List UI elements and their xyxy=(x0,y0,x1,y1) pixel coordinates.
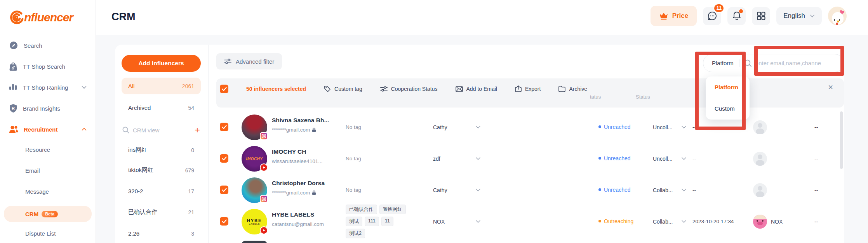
row-checkbox[interactable] xyxy=(220,186,228,194)
owner-dropdown[interactable]: NOX xyxy=(433,206,480,237)
instagram-icon xyxy=(260,132,268,140)
tab-custom-view-4[interactable]: 已确认合作 21 xyxy=(122,204,201,220)
sidebar-item-tt-shop-search[interactable]: TT Shop Search xyxy=(4,59,92,74)
folder-icon xyxy=(558,86,565,92)
dropdown-option-custom[interactable]: Custom xyxy=(706,98,750,119)
table-row[interactable]: Shivna Saxena Bh... *******gmail.com No … xyxy=(216,111,844,143)
owner-dropdown[interactable]: Cathy xyxy=(433,111,480,143)
outreach-status: Outreaching xyxy=(598,206,634,237)
tab-label: 已确认合作 xyxy=(128,208,157,216)
language-label: English xyxy=(783,12,805,20)
tab-count: 679 xyxy=(185,167,194,174)
influencer-name[interactable]: Christopher Dorsa xyxy=(272,180,345,187)
sidebar-item-crm[interactable]: CRM Beta xyxy=(4,206,92,222)
vertical-scrollbar[interactable] xyxy=(840,111,843,169)
sidebar-item-dispute-list[interactable]: Dispute List xyxy=(4,227,92,240)
table-row[interactable]: IMOCHY IMOCHY CH wissarutsaelee4101... N… xyxy=(216,143,844,174)
person-placeholder-icon xyxy=(753,152,767,166)
tab-count: 21 xyxy=(188,209,194,215)
sidebar-item-message[interactable]: Message xyxy=(4,185,92,198)
logo-spiral-icon xyxy=(8,9,26,26)
person-placeholder-icon xyxy=(753,183,767,197)
sidebar-item-brand-insights[interactable]: R Brand Insights xyxy=(4,101,92,116)
tab-count: 2061 xyxy=(182,83,194,89)
sidebar-item-resource[interactable]: Resource xyxy=(4,143,92,156)
platform-selector[interactable]: Platform xyxy=(712,60,734,66)
archive-button[interactable]: Archive xyxy=(558,86,587,92)
advanced-filter-label: Advanced filter xyxy=(236,58,274,65)
tab-label: ins网红 xyxy=(128,146,147,154)
tab-all[interactable]: All 2061 xyxy=(122,78,201,94)
table-row[interactable]: HYBE LABELS HYBE LABELS catantsnu@gmail.… xyxy=(216,206,844,237)
lock-icon xyxy=(312,127,316,132)
notifications-button[interactable] xyxy=(727,7,746,25)
sidebar-item-recruitment[interactable]: Recruitment xyxy=(4,122,92,137)
people-icon xyxy=(9,125,18,133)
tab-count: 3 xyxy=(191,231,194,237)
tag-chip: 测试2 xyxy=(346,229,365,238)
influencer-name[interactable]: HYBE LABELS xyxy=(272,211,345,218)
cooperation-dropdown[interactable]: Collab... xyxy=(653,174,686,206)
custom-tag-button[interactable]: Custom tag xyxy=(324,85,362,92)
search-input[interactable] xyxy=(755,60,838,66)
add-view-button[interactable]: + xyxy=(195,125,200,135)
row-checkbox[interactable] xyxy=(220,123,228,131)
price-button[interactable]: Price xyxy=(651,6,697,26)
tab-count: 54 xyxy=(188,105,194,111)
close-selection-icon[interactable]: × xyxy=(828,83,833,92)
cooperation-dropdown[interactable]: Uncoll... xyxy=(653,111,686,143)
influencer-email: *******gmail.com xyxy=(272,127,310,133)
add-influencers-button[interactable]: Add Influencers xyxy=(122,55,201,72)
influencer-email: wissarutsaelee4101... xyxy=(272,158,323,164)
user-avatar[interactable]: ♥ xyxy=(828,7,847,25)
apps-grid-button[interactable] xyxy=(752,7,770,25)
tab-label: All xyxy=(128,83,135,89)
tab-custom-view-2[interactable]: tiktok网红 679 xyxy=(122,162,201,179)
compass-icon xyxy=(9,41,18,50)
crm-content-card: Add Influencers All 2061 Archived 54 CRM… xyxy=(115,45,844,243)
add-to-email-button[interactable]: Add to Email xyxy=(456,86,497,92)
tab-custom-view-5[interactable]: 2.26 3 xyxy=(122,225,201,242)
shield-r-icon: R xyxy=(9,104,17,113)
empty-cell: -- xyxy=(814,206,830,237)
chevron-down-icon xyxy=(682,189,686,191)
row-checkbox[interactable] xyxy=(220,154,228,163)
tag-chip: 已确认合作 xyxy=(346,205,377,214)
row-checkbox[interactable] xyxy=(220,217,228,226)
operator-cell xyxy=(753,111,804,143)
tab-custom-view-1[interactable]: ins网红 0 xyxy=(122,142,201,158)
sidebar-item-search[interactable]: Search xyxy=(4,38,92,53)
operator-cell: NOX xyxy=(753,206,804,237)
table-row[interactable]: Christopher Dorsa *******gmail.com No ta… xyxy=(216,174,844,206)
tab-archived[interactable]: Archived 54 xyxy=(122,99,201,116)
sidebar-item-label: TT Shop Search xyxy=(23,63,87,70)
tab-custom-view-3[interactable]: 320-2 17 xyxy=(122,183,201,200)
sliders-icon xyxy=(380,86,388,92)
tag-chip: 置换网红 xyxy=(379,205,406,214)
advanced-filter-button[interactable]: Advanced filter xyxy=(216,53,282,69)
cooperation-dropdown[interactable]: Collab... xyxy=(653,206,686,237)
dropdown-option-platform[interactable]: Platform xyxy=(706,76,750,98)
select-all-checkbox[interactable] xyxy=(220,85,228,93)
empty-cell: -- xyxy=(814,174,830,206)
tab-count: 17 xyxy=(188,188,194,194)
app-logo[interactable]: nfluencer xyxy=(8,9,73,26)
tab-label: 2.26 xyxy=(128,230,139,237)
shop-bag-tiktok-icon xyxy=(9,62,17,71)
tag-chip: 111 xyxy=(365,217,379,226)
logo-wordmark: nfluencer xyxy=(24,11,73,24)
cooperation-dropdown[interactable]: Uncoll... xyxy=(653,143,686,174)
language-selector[interactable]: English xyxy=(776,7,822,25)
cooperation-status-button[interactable]: Cooperation Status xyxy=(380,86,438,92)
influencer-name[interactable]: IMOCHY CH xyxy=(272,148,345,155)
export-button[interactable]: Export xyxy=(515,85,541,92)
influencer-name[interactable]: Shivna Saxena Bh... xyxy=(272,117,345,124)
sidebar-item-tt-shop-ranking[interactable]: TT Shop Ranking xyxy=(4,80,92,95)
sidebar-item-email[interactable]: Email xyxy=(4,164,92,177)
top-header: CRM Price 11 English ♥ xyxy=(96,0,868,35)
owner-dropdown[interactable]: Cathy xyxy=(433,174,480,206)
messages-button[interactable]: 11 xyxy=(703,7,721,25)
action-label: Add to Email xyxy=(466,86,497,92)
crm-view-search[interactable]: CRM view + xyxy=(122,122,201,138)
owner-dropdown[interactable]: zdf xyxy=(433,143,480,174)
